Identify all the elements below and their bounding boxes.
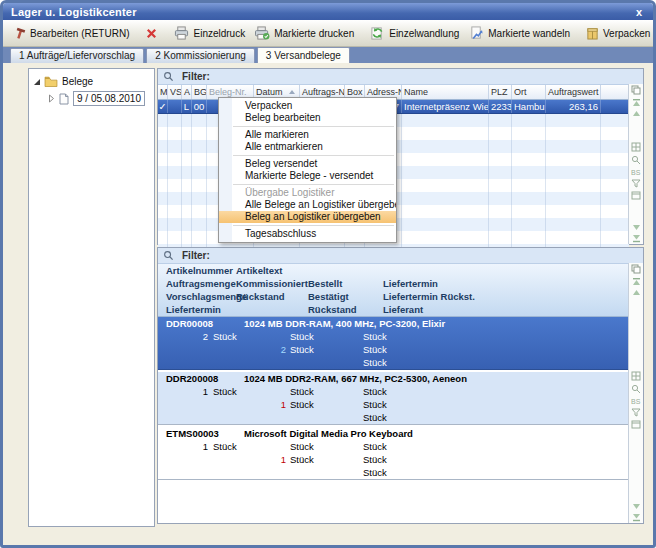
article-group-ddr200008[interactable]: DDR200008 1024 MB DDR2-RAM, 667 MHz, PC2… (158, 372, 629, 425)
tab-auftraege-liefervorschlag[interactable]: 1 Aufträge/Liefervorschlag (10, 48, 144, 63)
grid-line (546, 114, 601, 247)
group-qty-line: 2 Stück Stück Stück (158, 330, 629, 343)
expand-arrow-icon[interactable] (34, 79, 40, 85)
menu-item-alle-entmarkieren[interactable]: Alle entmarkieren (219, 141, 396, 153)
menu-item-tagesabschluss[interactable]: Tagesabschluss (219, 228, 396, 240)
column-header-vs[interactable]: VS (168, 85, 182, 99)
bs-icon[interactable]: BS (631, 397, 642, 405)
scroll-up-icon[interactable] (632, 289, 641, 296)
scroll-down-icon[interactable] (632, 503, 641, 510)
column-header-a[interactable]: A (182, 85, 192, 99)
tree-node-document[interactable]: 9 / 05.08.2010 (29, 90, 154, 107)
cell-plz[interactable]: 22335 (489, 100, 512, 113)
window-icon[interactable] (631, 191, 641, 200)
verpacken-button[interactable]: Verpacken (581, 24, 655, 42)
zoom-icon[interactable] (631, 384, 641, 394)
close-button[interactable]: x (633, 6, 645, 18)
menu-item-alle-markieren[interactable]: Alle markieren (219, 129, 396, 141)
package-icon (586, 26, 599, 40)
unit-label: Stück (290, 453, 314, 466)
scroll-up-icon[interactable] (632, 110, 641, 117)
window-title: Lager u. Logistikcenter (11, 6, 633, 18)
edit-tool-icon (13, 27, 26, 40)
artikelnummer: ETMS00003 (166, 427, 219, 440)
column-header-datum-label: Datum (256, 87, 283, 97)
article-group-etms00003[interactable]: ETMS00003 Microsoft Digital Media Pro Ke… (158, 427, 629, 480)
unit-label: Stück (363, 330, 387, 343)
unit-label: Stück (213, 440, 237, 453)
column-header-name[interactable]: Name (402, 85, 489, 99)
header-row-3: Vorschlagsmenge Rückstand Bestätigt Lief… (158, 290, 629, 303)
einzeldruck-button[interactable]: Einzeldruck (169, 24, 250, 42)
context-menu: Verpacken Beleg bearbeiten Alle markiere… (218, 97, 397, 243)
unit-label: Stück (213, 385, 237, 398)
grid-icon[interactable] (631, 142, 641, 152)
printer-icon (174, 26, 189, 40)
cell-ort[interactable]: Hamburg (512, 100, 546, 113)
sort-asc-icon (289, 90, 295, 94)
unit-label: Stück (290, 385, 314, 398)
menu-item-beleg-bearbeiten[interactable]: Beleg bearbeiten (219, 112, 396, 124)
bottom-filter-bar[interactable]: Filter: (158, 248, 643, 264)
copy-icon[interactable] (631, 264, 641, 274)
cell-bg[interactable]: 00 (192, 100, 207, 113)
zoom-icon[interactable] (631, 155, 641, 165)
unit-label: Stück (363, 398, 387, 411)
unit-label: Stück (213, 330, 237, 343)
cell-marked[interactable]: ✓ (158, 100, 168, 113)
menu-item-markierte-belege-versendet[interactable]: Markierte Belege - versendet (219, 170, 396, 182)
search-icon (163, 71, 174, 82)
column-header-bg[interactable]: BG (192, 85, 207, 99)
markierte-drucken-button[interactable]: Markierte drucken (250, 24, 359, 42)
grid-icon[interactable] (631, 371, 641, 381)
tree-node-belege-label: Belege (62, 76, 93, 87)
markierte-wandeln-button[interactable]: Markierte wandeln (464, 24, 575, 42)
cell-name[interactable]: Internetpräsenz Wieland KG (402, 100, 489, 113)
einzeldruck-label: Einzeldruck (193, 28, 245, 39)
unit-label: Stück (290, 440, 314, 453)
cell-vs[interactable] (168, 100, 182, 113)
tab-versandbelege[interactable]: 3 Versandbelege (257, 47, 350, 63)
column-header-plz[interactable]: PLZ (489, 85, 512, 99)
tree-node-document-label[interactable]: 9 / 05.08.2010 (73, 91, 145, 106)
scroll-bottom-icon[interactable] (632, 513, 641, 522)
toolbar: Bearbeiten (RETURN) Einzeldruck Markiert… (3, 20, 653, 47)
bearbeiten-button[interactable]: Bearbeiten (RETURN) (8, 25, 134, 42)
search-icon (163, 250, 174, 261)
bottom-grid-side-toolbar: BS (628, 263, 643, 523)
header-liefertermin2: Liefertermin (158, 304, 236, 315)
scroll-down-icon[interactable] (632, 224, 641, 231)
window-icon[interactable] (631, 420, 641, 429)
menu-item-alle-belege-an-logistiker[interactable]: Alle Belege an Logistiker übergeben (219, 199, 396, 211)
cell-a[interactable]: L (182, 100, 192, 113)
delete-button[interactable] (140, 25, 163, 42)
article-groups: DDR00008 1024 MB DDR-RAM, 400 MHz, PC-32… (158, 317, 629, 480)
menu-item-verpacken[interactable]: Verpacken (219, 100, 396, 112)
group-rueckstand-line: 1 Stück Stück (158, 398, 629, 411)
menu-separator (233, 126, 394, 127)
tree-node-belege[interactable]: Belege (29, 73, 154, 90)
article-group-ddr00008[interactable]: DDR00008 1024 MB DDR-RAM, 400 MHz, PC-32… (158, 317, 629, 370)
scroll-top-icon[interactable] (632, 277, 641, 286)
unit-label: Stück (363, 356, 387, 369)
column-header-filler (601, 85, 629, 99)
einzelwandlung-label: Einzelwandlung (389, 28, 459, 39)
tab-kommissionierung[interactable]: 2 Kommissionierung (146, 48, 255, 63)
scroll-bottom-icon[interactable] (632, 234, 641, 243)
cell-auftragswert[interactable]: 263,16 (546, 100, 601, 113)
scroll-top-icon[interactable] (632, 98, 641, 107)
funnel-icon[interactable] (631, 408, 641, 417)
top-filter-bar[interactable]: Filter: (158, 69, 643, 85)
copy-icon[interactable] (631, 85, 641, 95)
menu-item-beleg-versendet[interactable]: Beleg versendet (219, 158, 396, 170)
convert-arrows-icon (370, 26, 385, 40)
funnel-icon[interactable] (631, 179, 641, 188)
collapse-arrow-icon[interactable] (48, 94, 55, 103)
artikeltext: Microsoft Digital Media Pro Keyboard (244, 427, 413, 440)
column-header-ort[interactable]: Ort (512, 85, 546, 99)
column-header-m[interactable]: M (158, 85, 168, 99)
column-header-auftragswert[interactable]: Auftragswert € (546, 85, 601, 99)
bs-icon[interactable]: BS (631, 168, 642, 176)
menu-item-beleg-an-logistiker[interactable]: Beleg an Logistiker übergeben (219, 211, 396, 223)
einzelwandlung-button[interactable]: Einzelwandlung (365, 24, 464, 42)
